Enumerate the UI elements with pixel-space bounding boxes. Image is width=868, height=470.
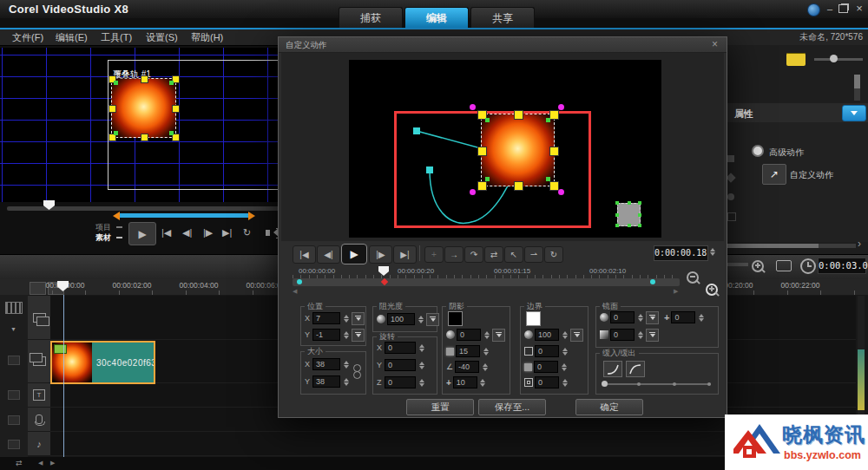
dialog-zoom-out-icon[interactable] [687,271,699,284]
menu-edit[interactable]: 编辑(E) [50,29,93,45]
size-y-stepper[interactable] [342,376,350,388]
reset-button[interactable]: 重置 [406,399,474,415]
menu-file[interactable]: 文件(F) [7,29,49,45]
dialog-prev-frame-button[interactable]: ◀| [317,245,340,264]
duration-clock-icon[interactable] [800,258,816,274]
border-opacity-field[interactable]: 100 [535,329,559,341]
music-track-header[interactable]: ♪ [28,432,50,456]
trim-handle-right[interactable] [248,212,255,220]
track-button[interactable] [8,356,20,365]
selection-handle[interactable] [108,105,116,113]
tab-share[interactable]: 共享 [470,7,535,29]
play-button[interactable]: ▶ [128,222,156,245]
dialog-keyframe-track[interactable] [293,278,680,286]
keyframe-dot[interactable] [650,279,655,284]
dialog-timecode[interactable]: 0:00:00.18 [654,245,708,261]
dialog-scroll-left[interactable]: ◀ [293,288,297,295]
selection-handle[interactable] [549,147,559,156]
restore-button[interactable] [838,4,848,13]
trim-handle-left[interactable] [113,212,120,220]
thumbnail-size-slider[interactable] [814,58,863,61]
border-blur-field[interactable]: 0 [534,361,558,373]
border-width-field[interactable]: 0 [535,345,559,357]
shadow-size-stepper[interactable] [482,346,490,357]
mirror-fade-stepper[interactable] [636,330,644,341]
rotation-handle[interactable] [470,104,476,110]
rotation-x-field[interactable]: 0 [385,342,416,354]
mode-clip-label[interactable]: 素材 [95,232,111,244]
track-button[interactable] [8,415,20,425]
overlay-clip[interactable]: 30c40e020f63 [50,341,155,384]
selection-handle[interactable] [549,181,559,191]
shadow-color-swatch[interactable] [448,311,463,326]
border-opacity-stepper[interactable] [561,330,569,341]
customize-motion-icon[interactable]: ↗ [762,164,786,185]
trim-bar[interactable] [120,213,248,218]
ok-button[interactable]: 确定 [575,399,643,415]
repeat-button[interactable]: ↻ [243,227,251,238]
dialog-home-button[interactable]: |◀ [293,245,316,264]
position-y-stepper[interactable] [342,330,350,341]
customize-motion-label[interactable]: 自定义动作 [790,169,833,181]
border-color-swatch[interactable] [526,311,541,326]
swap-keyframes-button[interactable]: ⇄ [484,246,503,263]
selection-handle[interactable] [477,181,487,191]
advanced-motion-label[interactable]: 高级动作 [769,147,804,159]
opacity-ease-button[interactable] [426,313,439,326]
link-size-icon[interactable] [353,371,361,379]
border-opacity-ease-button[interactable] [570,329,583,342]
selection-handle[interactable] [172,105,180,113]
keyframe-dot[interactable] [297,279,302,284]
selection-handle[interactable] [514,181,523,191]
selection-handle[interactable] [141,75,148,83]
shadow-distance-field[interactable]: 10 [453,376,477,388]
dialog-zoom-in-icon[interactable] [706,284,718,296]
dialog-scroll-right[interactable]: ▶ [674,288,678,295]
video-track-header[interactable] [28,296,50,340]
dialog-play-button[interactable]: ▶ [341,244,367,264]
opacity-field[interactable]: 100 [387,313,415,325]
tab-edit[interactable]: 编辑 [404,7,469,29]
rotation-y-field[interactable]: 0 [385,359,416,371]
mirror-opacity-stepper[interactable] [636,312,644,323]
close-button[interactable]: × [852,3,866,15]
dialog-next-frame-button[interactable]: |▶ [369,245,392,264]
ease-slider-thumb[interactable] [602,381,608,387]
next-frame-button[interactable]: |▶ [203,227,213,238]
library-scrollbar[interactable] [854,75,860,101]
track-manager-icon[interactable] [5,302,23,314]
gallery-view-icon[interactable] [786,53,806,66]
move-path-button[interactable]: ↖ [504,246,523,263]
border-inner-field[interactable]: 0 [535,376,559,388]
overlay-clip-selection[interactable] [111,78,176,138]
prev-frame-button[interactable]: ◀| [182,227,192,238]
size-y-field[interactable]: 38 [312,375,340,388]
shadow-angle-stepper[interactable] [481,362,489,373]
home-button[interactable]: |◀ [161,227,171,238]
position-x-stepper[interactable] [342,313,350,324]
ease-in-button[interactable] [603,361,622,377]
selection-handle[interactable] [477,147,487,156]
scroll-left-icon[interactable]: ◀ [38,460,43,467]
mirror-opacity-ease-button[interactable] [646,311,659,324]
selection-handle[interactable] [549,110,559,120]
volume-icon[interactable] [266,230,270,236]
border-blur-stepper[interactable] [560,362,568,373]
mirror-fade-field[interactable]: 0 [610,329,635,341]
fit-project-icon[interactable] [776,260,792,271]
shadow-opacity-field[interactable]: 0 [457,329,481,341]
shadow-angle-field[interactable]: -40 [455,361,479,373]
smooth-path-button[interactable]: ⇀ [524,246,543,263]
rotate-path-button[interactable]: ↻ [544,246,563,263]
size-x-field[interactable]: 38 [312,358,340,370]
motion-object-selection[interactable] [481,114,555,186]
title-track-header[interactable]: T [28,383,50,408]
shadow-opacity-stepper[interactable] [483,330,490,341]
shadow-distance-stepper[interactable] [479,377,487,388]
dialog-preview-canvas[interactable] [349,60,661,238]
track-list-icon[interactable] [30,282,46,295]
dialog-close-icon[interactable]: × [712,38,718,50]
voice-track-header[interactable] [28,408,50,432]
shadow-opacity-ease-button[interactable] [492,329,505,342]
opacity-stepper[interactable] [417,314,424,325]
